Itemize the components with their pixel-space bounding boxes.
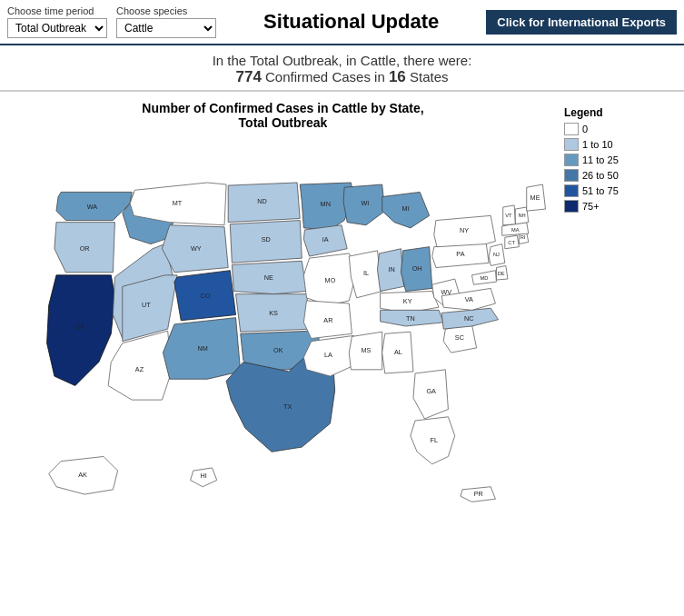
species-select[interactable]: Cattle Poultry Swine: [116, 18, 216, 38]
svg-marker-0: [56, 192, 132, 220]
legend-item-75plus: 75+: [564, 200, 668, 213]
svg-marker-36: [303, 225, 347, 256]
legend-label-11-25: 11 to 25: [582, 154, 619, 165]
legend-label-51-75: 51 to 75: [582, 185, 619, 196]
legend-color-1-10: [564, 138, 579, 151]
svg-marker-60: [381, 310, 444, 326]
svg-marker-78: [489, 244, 505, 266]
svg-marker-22: [228, 183, 300, 223]
svg-marker-96: [49, 456, 118, 494]
svg-marker-64: [411, 417, 455, 464]
subtitle-section: In the Total Outbreak, in Cattle, there …: [0, 45, 684, 92]
us-map: WA OR CA ID NV MT WY UT AZ: [9, 135, 557, 532]
svg-marker-42: [303, 335, 353, 376]
legend-item-1-10: 1 to 10: [564, 138, 668, 151]
legend-item-26-50: 26 to 50: [564, 169, 668, 182]
legend-item-51-75: 51 to 75: [564, 184, 668, 197]
subtitle-line1: In the Total Outbreak, in Cattle, there …: [0, 53, 684, 68]
subtitle-text2: Confirmed Cases in: [265, 69, 385, 84]
svg-marker-12: [162, 225, 228, 273]
svg-marker-62: [413, 370, 448, 419]
time-period-label: Choose time period: [7, 5, 107, 16]
time-period-select[interactable]: Total Outbreak 2024 2023: [7, 18, 107, 38]
svg-marker-54: [377, 249, 403, 292]
svg-marker-4: [47, 275, 115, 386]
svg-marker-16: [108, 331, 172, 400]
svg-marker-76: [434, 215, 496, 246]
subtitle-line2: 774 Confirmed Cases in 16 States: [0, 68, 684, 86]
svg-marker-84: [505, 235, 520, 249]
svg-marker-38: [303, 253, 356, 305]
legend-label-0: 0: [582, 124, 588, 134]
svg-marker-98: [191, 468, 217, 487]
svg-marker-44: [343, 184, 385, 225]
species-control: Choose species Cattle Poultry Swine: [116, 5, 216, 38]
map-container: Number of Confirmed Cases in Cattle by S…: [9, 101, 557, 536]
svg-marker-14: [123, 275, 177, 342]
page-title: Situational Update: [216, 10, 486, 34]
svg-marker-48: [349, 332, 382, 370]
time-period-control: Choose time period Total Outbreak 2024 2…: [7, 5, 107, 38]
svg-marker-82: [471, 271, 496, 285]
map-title: Number of Confirmed Cases in Cattle by S…: [9, 101, 557, 130]
species-label: Choose species: [116, 5, 216, 16]
legend-color-51-75: [564, 184, 579, 197]
svg-marker-80: [496, 265, 507, 280]
legend-title: Legend: [564, 106, 668, 119]
svg-marker-46: [349, 251, 382, 298]
svg-marker-24: [230, 221, 302, 263]
subtitle-text3: States: [410, 69, 449, 84]
legend-color-0: [564, 123, 579, 135]
legend-label-1-10: 1 to 10: [582, 139, 613, 150]
svg-marker-92: [503, 205, 516, 225]
page-title-area: Situational Update: [216, 10, 486, 34]
svg-marker-26: [232, 261, 306, 293]
state-count: 16: [389, 68, 406, 85]
legend-color-26-50: [564, 169, 579, 182]
legend-item-0: 0: [564, 123, 668, 135]
svg-marker-50: [382, 332, 413, 373]
legend-color-11-25: [564, 154, 579, 166]
svg-marker-40: [303, 301, 352, 339]
case-count: 774: [235, 68, 261, 85]
legend-item-11-25: 11 to 25: [564, 154, 668, 166]
svg-marker-58: [381, 292, 439, 313]
legend-color-75plus: [564, 200, 579, 213]
map-section: Number of Confirmed Cases in Cattle by S…: [0, 92, 684, 536]
svg-marker-56: [401, 247, 431, 292]
legend-label-26-50: 26 to 50: [582, 170, 619, 181]
svg-marker-100: [461, 487, 495, 502]
svg-marker-20: [163, 318, 240, 380]
legend: Legend 0 1 to 10 11 to 25 26 to 50 51 to…: [557, 101, 675, 536]
svg-marker-68: [441, 308, 498, 329]
legend-label-75plus: 75+: [582, 201, 600, 212]
intl-exports-button[interactable]: Click for International Exports: [486, 10, 677, 35]
svg-marker-18: [174, 271, 236, 321]
svg-marker-28: [236, 294, 312, 333]
svg-marker-2: [55, 223, 115, 273]
svg-marker-52: [382, 192, 430, 228]
svg-marker-94: [527, 184, 546, 211]
